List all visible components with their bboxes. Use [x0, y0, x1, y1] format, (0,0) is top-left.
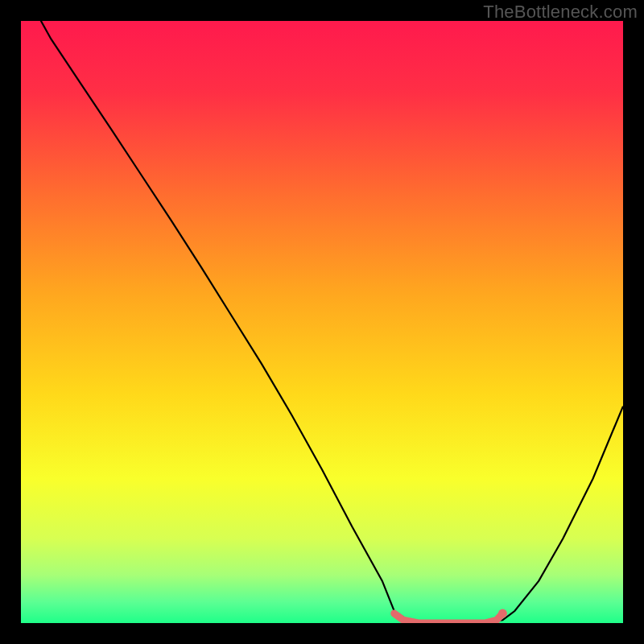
optimal-range — [394, 613, 503, 623]
watermark-text: TheBottleneck.com — [483, 2, 638, 23]
plot-area — [21, 21, 623, 623]
bottleneck-curve — [21, 21, 623, 623]
curves-layer — [21, 21, 623, 623]
optimal-dot — [498, 609, 507, 618]
chart-frame: TheBottleneck.com — [0, 0, 644, 644]
